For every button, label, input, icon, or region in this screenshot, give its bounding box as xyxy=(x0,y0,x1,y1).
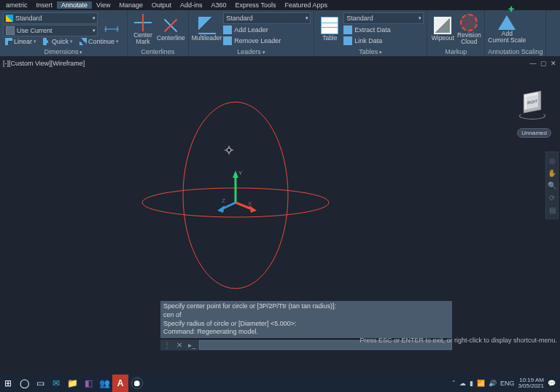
tray-cloud-icon[interactable]: ☁ xyxy=(459,380,466,387)
ribbon: Standard Use Current Linear Quick Contin… xyxy=(0,10,560,57)
search-icon[interactable]: ◯ xyxy=(16,375,32,392)
menu-featured-apps[interactable]: Featured Apps xyxy=(280,1,332,9)
panel-tables: Table Standard Extract Data Link Data Ta… xyxy=(314,10,427,56)
centerline-button[interactable]: Centerline xyxy=(157,12,185,46)
panel-centerlines: Center Mark Centerline Centerlines xyxy=(128,10,189,56)
panel-dimensions: Standard Use Current Linear Quick Contin… xyxy=(0,10,128,56)
remove-leader-button[interactable]: Remove Leader xyxy=(223,36,311,46)
dimstyle-select[interactable]: Standard xyxy=(3,12,98,24)
viewcube-compass[interactable] xyxy=(519,112,545,119)
viewport[interactable]: [-][Custom View][Wireframe] — ▢ ✕ Y X Z … xyxy=(0,57,560,361)
svg-text:Y: Y xyxy=(238,170,243,176)
dimlayer-select[interactable]: Use Current xyxy=(3,25,98,36)
panel-title-scaling: Annotation Scaling xyxy=(488,47,542,56)
ucs-name-label[interactable]: Unnamed xyxy=(517,128,551,138)
cmd-line: cen of xyxy=(163,311,449,320)
nav-wheel-icon[interactable]: ◎ xyxy=(549,157,556,165)
centermark-button[interactable]: Center Mark xyxy=(131,12,155,46)
svg-marker-3 xyxy=(233,170,238,178)
explorer-icon[interactable]: 📁 xyxy=(64,375,80,392)
tray-lang[interactable]: ENG xyxy=(500,380,515,387)
viewcube[interactable] xyxy=(518,87,547,117)
add-leader-icon xyxy=(223,26,232,34)
menu-output[interactable]: Output xyxy=(147,1,176,9)
remove-leader-icon xyxy=(223,36,232,45)
quick-button[interactable]: Quick xyxy=(41,37,75,46)
windows-taskbar: ⊞ ◯ ▭ ✉ 📁 ◧ 👥 A ⏺ ˄ ☁ ▮ 📶 🔊 ENG 10:19 AM… xyxy=(0,375,560,392)
menubar: ametricInsertAnnotateViewManageOutputAdd… xyxy=(0,0,560,10)
revcloud-icon xyxy=(460,14,478,31)
linear-button[interactable]: Linear xyxy=(3,37,39,46)
command-history: Specify center point for circle or [3P/2… xyxy=(160,301,452,338)
multileader-button[interactable]: Multileader xyxy=(192,12,222,46)
orbit-cursor-icon xyxy=(225,146,233,154)
tray-clock[interactable]: 10:19 AM 3/05/2021 xyxy=(518,377,544,389)
svg-text:X: X xyxy=(248,200,252,207)
menu-express-tools[interactable]: Express Tools xyxy=(231,1,281,9)
centermark-icon xyxy=(134,14,152,31)
autocad-icon[interactable]: A xyxy=(112,375,128,392)
menu-a360[interactable]: A360 xyxy=(207,1,231,9)
panel-leaders: Multileader Standard Add Leader Remove L… xyxy=(189,10,315,56)
start-button[interactable]: ⊞ xyxy=(0,375,16,392)
cmd-prompt-icon: ▸_ xyxy=(185,341,199,349)
nav-orbit-icon[interactable]: ⟳ xyxy=(549,194,555,202)
add-scale-button[interactable]: Add Current Scale xyxy=(488,12,526,46)
dimension-icon xyxy=(103,20,120,38)
tray-chevron-icon[interactable]: ˄ xyxy=(452,380,456,387)
tray-wifi-icon[interactable]: 📶 xyxy=(477,380,485,387)
svg-point-11 xyxy=(227,148,231,152)
viewcube-face[interactable] xyxy=(524,90,541,113)
panel-markup: Wipeout Revision Cloud Markup xyxy=(427,10,485,56)
menu-add-ins[interactable]: Add-ins xyxy=(176,1,207,9)
app-icon[interactable]: ◧ xyxy=(80,375,96,392)
nav-showmotion-icon[interactable]: ▤ xyxy=(549,206,556,214)
panel-title-dimensions[interactable]: Dimensions xyxy=(3,47,124,56)
linear-icon xyxy=(5,38,12,45)
svg-marker-9 xyxy=(217,205,225,213)
wipeout-icon xyxy=(434,17,451,34)
panel-title-leaders[interactable]: Leaders xyxy=(192,47,311,56)
wipeout-button[interactable]: Wipeout xyxy=(430,12,455,46)
nav-zoom-icon[interactable]: 🔍 xyxy=(548,181,556,189)
tray-notifications-icon[interactable]: 💬 xyxy=(548,380,556,387)
tray-volume-icon[interactable]: 🔊 xyxy=(489,380,497,387)
leaderstyle-select[interactable]: Standard xyxy=(223,12,311,24)
link-icon xyxy=(343,36,352,45)
link-data-button[interactable]: Link Data xyxy=(343,36,424,46)
panel-title-centerlines: Centerlines xyxy=(131,47,185,56)
teams-icon[interactable]: 👥 xyxy=(96,375,112,392)
system-tray: ˄ ☁ ▮ 📶 🔊 ENG 10:19 AM 3/05/2021 💬 xyxy=(452,377,560,389)
icon-mail[interactable]: ✉ xyxy=(48,375,64,392)
cmd-handle-icon[interactable]: ⋮ xyxy=(160,341,174,349)
table-icon xyxy=(321,17,338,34)
menu-ametric[interactable]: ametric xyxy=(1,1,32,9)
tray-battery-icon[interactable]: ▮ xyxy=(470,380,473,387)
menu-view[interactable]: View xyxy=(92,1,114,9)
nav-pan-icon[interactable]: ✋ xyxy=(548,169,556,177)
svg-text:Z: Z xyxy=(222,197,225,204)
taskview-icon[interactable]: ▭ xyxy=(32,375,48,392)
continue-icon xyxy=(79,38,87,45)
cmd-line: Command: Regenerating model. xyxy=(163,328,449,337)
menu-manage[interactable]: Manage xyxy=(114,1,147,9)
panel-title-tables[interactable]: Tables xyxy=(317,47,424,56)
cmd-close-icon[interactable]: ✕ xyxy=(174,341,185,349)
status-hint: Press ESC or ENTER to exit, or right-cli… xyxy=(359,337,557,344)
menu-annotate[interactable]: Annotate xyxy=(57,1,92,9)
extract-data-button[interactable]: Extract Data xyxy=(343,25,424,35)
menu-insert[interactable]: Insert xyxy=(32,1,58,9)
add-leader-button[interactable]: Add Leader xyxy=(223,25,311,35)
extract-icon xyxy=(343,26,352,34)
dimension-big-button[interactable] xyxy=(99,12,124,46)
quick-icon xyxy=(43,38,50,45)
revcloud-button[interactable]: Revision Cloud xyxy=(456,12,481,46)
cmd-line: Specify radius of circle or [Diameter] <… xyxy=(163,320,449,329)
table-button[interactable]: Table xyxy=(317,12,342,46)
cmd-line: Specify center point for circle or [3P/2… xyxy=(163,302,449,311)
add-scale-icon xyxy=(498,15,516,30)
navigation-bar: ◎ ✋ 🔍 ⟳ ▤ xyxy=(545,152,559,219)
panel-scaling: Add Current Scale Annotation Scaling xyxy=(485,10,546,56)
obs-icon[interactable]: ⏺ xyxy=(131,377,143,389)
tablestyle-select[interactable]: Standard xyxy=(343,12,424,24)
